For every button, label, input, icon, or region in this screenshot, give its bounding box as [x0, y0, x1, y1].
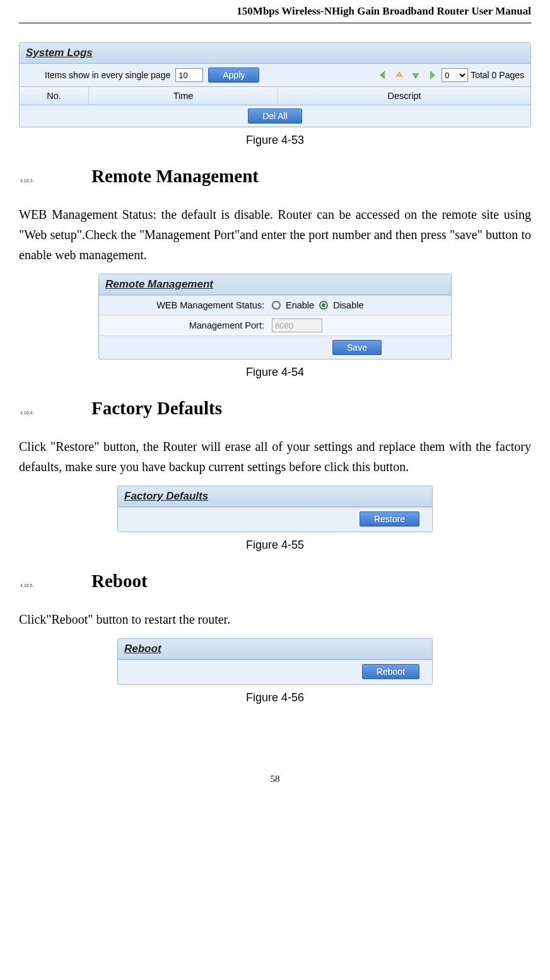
delete-all-button[interactable]: Del All	[248, 108, 302, 124]
reboot-title: Reboot	[118, 639, 432, 660]
figure-caption-55: Figure 4-55	[19, 539, 531, 552]
section-number: 4.10.4.	[19, 411, 91, 415]
col-no: No.	[20, 87, 89, 105]
management-port-input[interactable]	[272, 318, 322, 332]
logs-table-header: No. Time Descript	[20, 86, 530, 105]
prev-page-icon[interactable]	[392, 68, 406, 82]
page-number: 58	[19, 774, 531, 797]
factory-defaults-paragraph: Click "Restore" button, the Router will …	[19, 436, 531, 477]
figure-caption-53: Figure 4-53	[19, 134, 531, 147]
management-port-label: Management Port:	[99, 316, 269, 335]
col-desc: Descript	[278, 87, 530, 105]
page-select[interactable]: 0	[442, 68, 468, 82]
factory-defaults-title: Factory Defaults	[118, 486, 432, 507]
web-status-row: WEB Management Status: Enable Disable	[99, 295, 451, 315]
logs-footer: Del All	[20, 105, 530, 127]
first-page-icon[interactable]	[376, 68, 390, 82]
items-per-page-input[interactable]	[175, 68, 203, 82]
apply-button[interactable]: Apply	[208, 67, 259, 83]
reboot-button[interactable]: Reboot	[362, 664, 419, 679]
factory-defaults-panel: Factory Defaults Restore	[117, 486, 433, 532]
system-logs-title: System Logs	[20, 43, 530, 64]
enable-radio[interactable]	[272, 301, 281, 310]
section-number: 4.10.5.	[19, 583, 91, 588]
items-per-page-label: Items show in every single page	[45, 70, 170, 80]
next-page-icon[interactable]	[409, 68, 423, 82]
section-title: Reboot	[91, 571, 148, 592]
management-port-row: Management Port:	[99, 315, 451, 335]
save-button[interactable]: Save	[332, 340, 382, 355]
section-title: Remote Management	[91, 166, 259, 187]
document-header: 150Mbps Wireless-NHigh Gain Broadband Ro…	[19, 0, 531, 23]
remote-save-row: Save	[99, 335, 451, 359]
total-pages-label: Total 0 Pages	[471, 70, 524, 80]
section-factory-defaults: 4.10.4. Factory Defaults	[19, 398, 531, 419]
web-status-label: WEB Management Status:	[99, 296, 269, 315]
reboot-panel: Reboot Reboot	[117, 638, 433, 685]
remote-management-title: Remote Management	[99, 274, 451, 295]
section-remote-management: 4.10.3. Remote Management	[19, 166, 531, 187]
col-time: Time	[89, 87, 278, 105]
enable-label: Enable	[286, 300, 314, 310]
restore-button[interactable]: Restore	[360, 511, 419, 527]
section-reboot: 4.10.5. Reboot	[19, 571, 531, 592]
figure-caption-56: Figure 4-56	[19, 691, 531, 704]
last-page-icon[interactable]	[425, 68, 439, 82]
remote-management-paragraph: WEB Management Status: the default is di…	[19, 204, 531, 265]
figure-caption-54: Figure 4-54	[19, 366, 531, 379]
reboot-paragraph: Click"Reboot" button to restart the rout…	[19, 609, 531, 629]
remote-management-panel: Remote Management WEB Management Status:…	[98, 274, 452, 359]
section-title: Factory Defaults	[91, 398, 222, 419]
system-logs-panel: System Logs Items show in every single p…	[19, 42, 531, 127]
disable-radio[interactable]	[319, 301, 328, 310]
section-number: 4.10.3.	[19, 178, 91, 183]
system-logs-toolbar: Items show in every single page Apply 0 …	[20, 64, 530, 86]
disable-label: Disable	[333, 300, 363, 310]
